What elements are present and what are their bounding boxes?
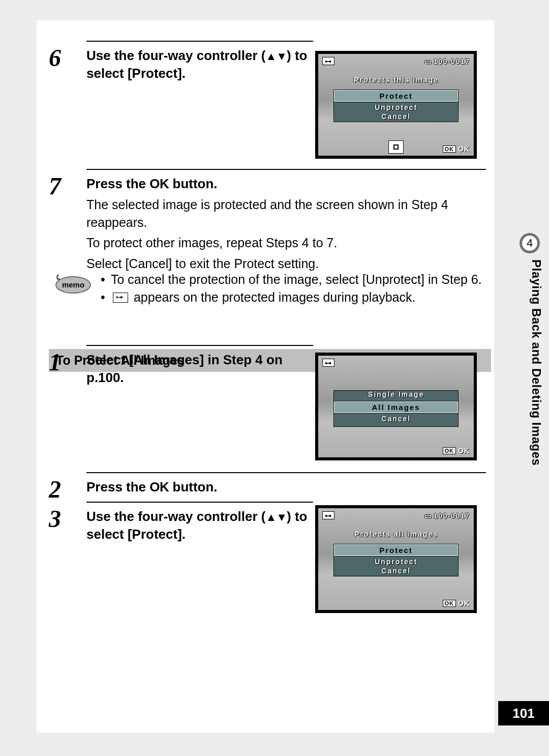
lcd-caption: Protects this image (318, 75, 474, 84)
stepA2-title-suffix: button. (169, 479, 217, 495)
step7-body-2: To protect other images, repeat Steps 4 … (86, 234, 484, 252)
page: 6 Use the four-way controller (▲▼) to se… (0, 0, 549, 756)
lcd-ok-hint: OK OK (443, 145, 470, 153)
lcd-ok-hint: OK OK (443, 599, 470, 607)
memo-text-2: appears on the protected images during p… (130, 290, 415, 304)
lcd-menu-unprotect: Unprotect (333, 558, 459, 567)
memo-bullet-2: • appears on the protected images during… (101, 288, 493, 306)
memo-icon: memo (52, 271, 93, 295)
step-title: Press the OK button. (86, 175, 484, 193)
key-icon: ⊶ (322, 359, 334, 367)
lcd-menu-cancel: Cancel (333, 415, 459, 424)
step-number: 2 (49, 475, 84, 503)
step7-title-prefix: Press the (86, 176, 149, 191)
step-all-1: 1 Select [All Images] in Step 4 on p.100… (49, 345, 313, 387)
step7-body-3: Select [Cancel] to exit the Protect sett… (86, 255, 484, 273)
ok-box-icon: OK (443, 447, 456, 454)
step-all-2: 2 Press the OK button. (49, 472, 486, 496)
lcd-screenshot-3: ⊶ ▭100-0017 Protects all images Protect … (315, 505, 477, 613)
step-all-3: 3 Use the four-way controller (▲▼) to se… (49, 502, 313, 543)
lcd-ok-hint: OK OK (443, 447, 470, 455)
ok-label: OK (458, 447, 470, 455)
lcd-menu: Protect Unprotect Cancel (333, 544, 459, 575)
key-icon: ⊶ (322, 511, 334, 519)
lcd-menu-cancel: Cancel (333, 567, 459, 576)
up-down-arrows: ▲▼ (266, 511, 287, 524)
stepA2-title-prefix: Press the (86, 479, 149, 495)
ok-label: OK (458, 145, 470, 153)
key-icon: ⊶ (322, 57, 334, 65)
step-number: 1 (49, 348, 84, 376)
lcd-top-status: ⊶ (322, 359, 470, 367)
svg-text:memo: memo (62, 280, 84, 289)
chapter-number: 4 (522, 236, 537, 251)
lcd-top-status: ⊶ ▭100-0017 (322, 57, 470, 66)
step-title: Use the four-way controller (▲▼) to sele… (86, 47, 311, 82)
lcd-screenshot-2: ⊶ Single Image All Images Cancel OK OK (315, 353, 477, 460)
bullet-dot: • (101, 288, 111, 306)
step-title: Press the OK button. (86, 478, 484, 496)
page-number: 101 (498, 701, 549, 725)
chapter-title: Playing Back and Deleting Images (515, 259, 543, 524)
memo-text-1: To cancel the protection of the image, s… (111, 271, 482, 288)
step7-title-suffix: button. (169, 176, 217, 191)
memo-list: • To cancel the protection of the image,… (101, 271, 493, 306)
up-down-arrows: ▲▼ (266, 50, 287, 63)
step6-title-prefix: Use the four-way controller ( (86, 48, 266, 63)
bullet-dot: • (101, 271, 111, 288)
stepA3-title-prefix: Use the four-way controller ( (86, 509, 266, 524)
lcd-menu: Single Image All Images Cancel (333, 390, 459, 423)
lcd-menu-all-images: All Images (333, 401, 459, 414)
lcd-menu-protect: Protect (333, 90, 459, 102)
lcd-file-id: ▭100-0017 (424, 57, 470, 66)
protect-key-icon (113, 293, 128, 303)
lcd-menu: Protect Unprotect Cancel (333, 90, 459, 121)
lcd-file-id: ▭100-0017 (424, 511, 470, 520)
step-6: 6 Use the four-way controller (▲▼) to se… (49, 41, 313, 82)
chapter-number-badge: 4 (520, 233, 540, 253)
lcd-menu-unprotect: Unprotect (333, 103, 459, 112)
ok-box-icon: OK (443, 600, 456, 607)
step-number: 3 (49, 505, 84, 533)
ok-button-glyph: OK (149, 176, 169, 191)
lcd-caption: Protects all images (318, 530, 474, 538)
ok-button-glyph: OK (149, 479, 169, 495)
content-area: 6 Use the four-way controller (▲▼) to se… (37, 20, 494, 733)
ok-box-icon: OK (443, 146, 456, 153)
step-number: 6 (49, 44, 84, 72)
step-7: 7 Press the OK button. The selected imag… (49, 169, 486, 272)
step7-body-1: The selected image is protected and the … (86, 196, 484, 231)
ok-label: OK (458, 599, 470, 607)
lcd-menu-cancel: Cancel (333, 112, 459, 122)
step-number: 7 (49, 172, 84, 200)
memo-bullet-1: • To cancel the protection of the image,… (101, 271, 493, 288)
playback-frame-icon (388, 140, 404, 154)
step-title: Use the four-way controller (▲▼) to sele… (86, 508, 311, 543)
lcd-menu-protect: Protect (333, 544, 459, 557)
memo-note: memo • To cancel the protection of the i… (51, 271, 493, 306)
lcd-menu-single-image: Single Image (333, 390, 459, 401)
lcd-screenshot-1: ⊶ ▭100-0017 Protects this image Protect … (315, 51, 477, 159)
step-title: Select [All Images] in Step 4 on p.100. (86, 351, 311, 387)
lcd-top-status: ⊶ ▭100-0017 (322, 511, 470, 520)
